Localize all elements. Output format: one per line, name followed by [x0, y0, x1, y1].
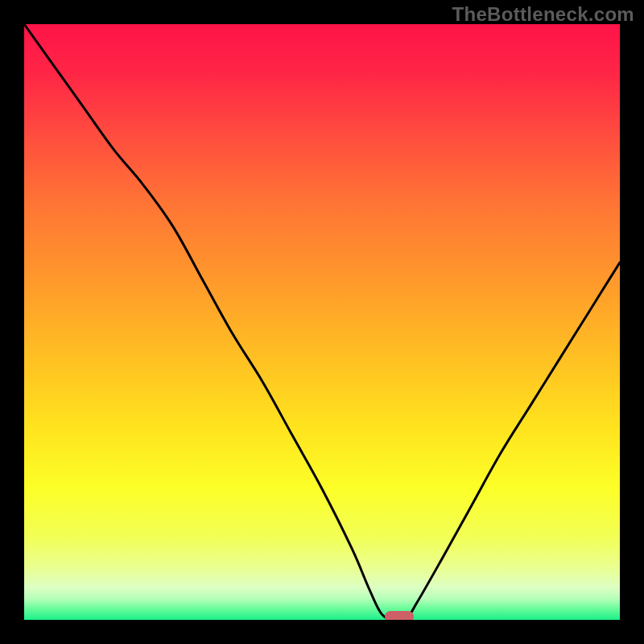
chart-frame: TheBottleneck.com	[0, 0, 644, 644]
svg-rect-0	[24, 24, 620, 620]
optimal-marker	[385, 611, 414, 620]
background-gradient	[24, 24, 620, 620]
plot-area	[24, 24, 620, 620]
watermark-text: TheBottleneck.com	[452, 3, 634, 26]
